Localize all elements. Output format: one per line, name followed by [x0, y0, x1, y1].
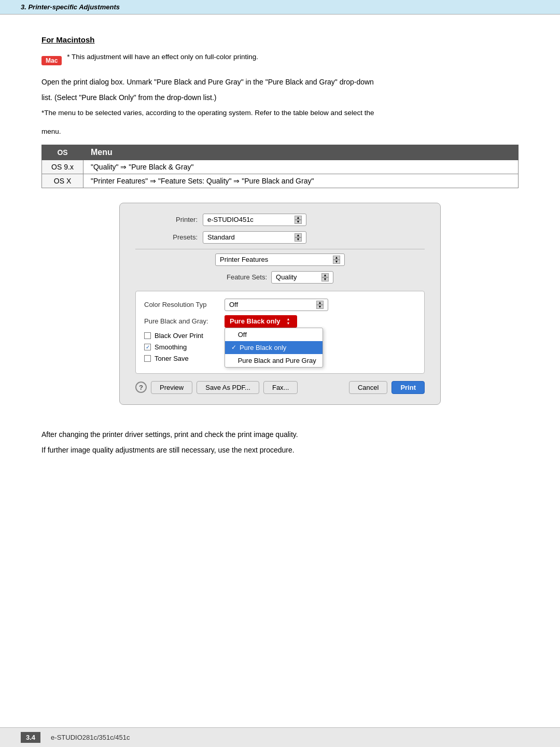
- menu-cell-2: "Printer Features" ⇒ "Feature Sets: Qual…: [83, 174, 519, 188]
- smoothing-checkbox[interactable]: ✓: [144, 344, 151, 350]
- presets-label: Presets:: [135, 233, 198, 241]
- cancel-button[interactable]: Cancel: [349, 381, 387, 394]
- printer-row: Printer: e-STUDIO451c ▲ ▼: [135, 214, 425, 226]
- dropdown-item-pure-black-gray[interactable]: Pure Black and Pure Gray: [225, 354, 323, 367]
- divider: [135, 249, 425, 249]
- presets-stepper[interactable]: ▲ ▼: [295, 233, 302, 242]
- stepper-down[interactable]: ▼: [295, 237, 302, 242]
- menu-word: menu.: [41, 126, 519, 137]
- table-row: OS X "Printer Features" ⇒ "Feature Sets:…: [42, 174, 519, 188]
- dialog-bottom-bar: ? Preview Save As PDF... Fax... Cancel P…: [135, 381, 425, 394]
- dropdown-menu: Off ✓ Pure Black only Pure Black and Pur…: [225, 328, 323, 368]
- feature-sets-stepper[interactable]: ▲ ▼: [321, 273, 329, 281]
- star-note: *The menu to be selected varies, accordi…: [41, 107, 519, 119]
- os-cell-2: OS X: [42, 174, 83, 188]
- stepper-up[interactable]: ▲: [295, 216, 302, 220]
- stepper-down[interactable]: ▼: [295, 220, 302, 224]
- stepper-down[interactable]: ▼: [316, 305, 324, 309]
- stepper-down[interactable]: ▼: [321, 277, 329, 281]
- section-title: For Macintosh: [41, 35, 519, 44]
- presets-select[interactable]: Standard ▲ ▼: [203, 231, 306, 244]
- stepper-down[interactable]: ▼: [285, 321, 292, 326]
- smoothing-label: Smoothing: [155, 343, 187, 351]
- color-res-stepper[interactable]: ▲ ▼: [316, 301, 324, 309]
- after-line-2: If further image quality adjustments are…: [41, 444, 519, 456]
- feature-sets-label: Feature Sets:: [227, 273, 267, 281]
- pure-black-label: Pure Black and Gray:: [144, 317, 225, 325]
- printer-select[interactable]: e-STUDIO451c ▲ ▼: [203, 214, 306, 226]
- os-menu-table: OS Menu OS 9.x "Quality" ⇒ "Pure Black &…: [41, 145, 519, 188]
- printer-label: Printer:: [135, 216, 198, 223]
- printer-features-select[interactable]: Printer Features ▲ ▼: [215, 253, 345, 266]
- dropdown-item-pure-black-only[interactable]: ✓ Pure Black only: [225, 341, 323, 354]
- body-text-1: Open the print dialog box. Unmark "Pure …: [41, 76, 519, 88]
- os-cell-1: OS 9.x: [42, 160, 83, 174]
- feature-sets-row: Feature Sets: Quality ▲ ▼: [135, 271, 425, 284]
- stepper-up[interactable]: ▲: [316, 301, 324, 305]
- toner-save-label: Toner Save: [155, 355, 189, 362]
- presets-row: Presets: Standard ▲ ▼: [135, 231, 425, 244]
- features-stepper[interactable]: ▲ ▼: [333, 256, 340, 264]
- dropdown-item-off[interactable]: Off: [225, 328, 323, 341]
- col-menu-header: Menu: [83, 145, 519, 160]
- page-number: 3.4: [21, 732, 40, 743]
- save-pdf-button[interactable]: Save As PDF...: [197, 381, 259, 394]
- print-dialog: Printer: e-STUDIO451c ▲ ▼ Presets: Stand…: [119, 203, 441, 405]
- pure-black-dropdown[interactable]: Pure Black only ▲ ▼ Off: [225, 315, 297, 328]
- mac-badge: Mac: [41, 56, 62, 65]
- printer-stepper[interactable]: ▲ ▼: [295, 216, 302, 224]
- black-over-print-label: Black Over Print: [155, 332, 203, 340]
- preview-button[interactable]: Preview: [151, 381, 192, 394]
- stepper-up[interactable]: ▲: [321, 273, 329, 277]
- black-over-print-checkbox[interactable]: [144, 332, 151, 339]
- help-button[interactable]: ?: [135, 382, 147, 393]
- pure-black-stepper[interactable]: ▲ ▼: [285, 317, 292, 326]
- feature-sets-select[interactable]: Quality ▲ ▼: [271, 271, 333, 284]
- after-line-1: After changing the printer driver settin…: [41, 429, 519, 440]
- table-row: OS 9.x "Quality" ⇒ "Pure Black & Gray": [42, 160, 519, 174]
- fax-button[interactable]: Fax...: [263, 381, 298, 394]
- color-res-select[interactable]: Off ▲ ▼: [225, 299, 328, 311]
- pure-black-trigger[interactable]: Pure Black only ▲ ▼: [225, 315, 297, 328]
- stepper-up[interactable]: ▲: [295, 233, 302, 237]
- main-content: For Macintosh Mac * This adjustment will…: [0, 15, 560, 481]
- printer-features-row: Printer Features ▲ ▼: [135, 253, 425, 266]
- dialog-wrapper: Printer: e-STUDIO451c ▲ ▼ Presets: Stand…: [41, 203, 519, 420]
- mac-note-text: * This adjustment will have an effect on…: [67, 51, 258, 63]
- stepper-down[interactable]: ▼: [333, 260, 340, 264]
- pure-black-row: Pure Black and Gray: Pure Black only ▲ ▼: [144, 315, 416, 328]
- col-os-header: OS: [42, 145, 83, 160]
- mac-note-row: Mac * This adjustment will have an effec…: [41, 51, 519, 70]
- footer-model: e-STUDIO281c/351c/451c: [51, 734, 130, 741]
- footer-bar: 3.4 e-STUDIO281c/351c/451c: [0, 727, 560, 747]
- color-res-row: Color Resolution Typ Off ▲ ▼: [144, 299, 416, 311]
- menu-cell-1: "Quality" ⇒ "Pure Black & Gray": [83, 160, 519, 174]
- header-bar: 3. Printer-specific Adjustments: [0, 0, 560, 15]
- inner-panel: Color Resolution Typ Off ▲ ▼ Pure Black …: [135, 291, 425, 374]
- header-section-label: 3. Printer-specific Adjustments: [21, 3, 120, 11]
- stepper-up[interactable]: ▲: [285, 317, 292, 321]
- toner-save-checkbox[interactable]: [144, 355, 151, 362]
- color-res-label: Color Resolution Typ: [144, 301, 225, 308]
- body-text-2: list. (Select "Pure Black Only" from the…: [41, 92, 519, 103]
- print-button[interactable]: Print: [391, 381, 425, 394]
- stepper-up[interactable]: ▲: [333, 256, 340, 260]
